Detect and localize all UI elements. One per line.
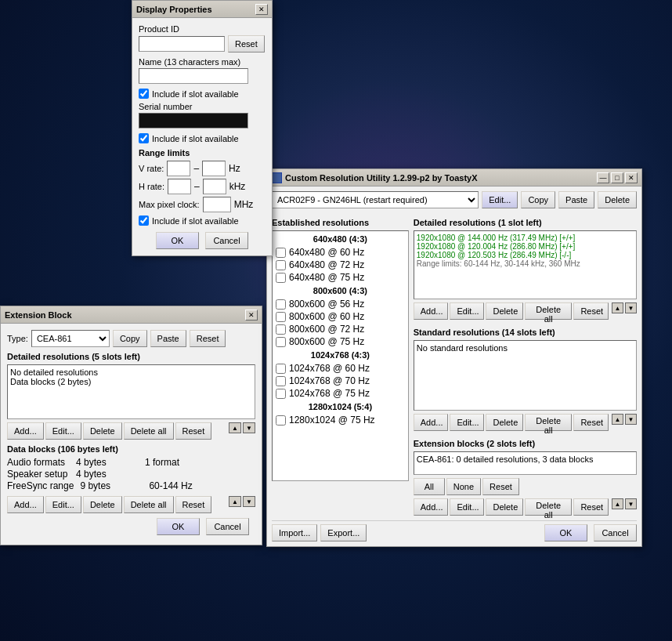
product-id-input[interactable]: ACR02F9 [139,36,225,52]
cb-1024-75[interactable] [276,389,286,399]
dp-ok-button[interactable]: OK [156,232,199,249]
ext-footer-row: OK Cancel [7,513,255,538]
cb-1024-60[interactable] [276,364,286,374]
dp-cancel-button[interactable]: Cancel [205,232,248,249]
cb-640-60[interactable] [276,248,286,258]
cb-640-72[interactable] [276,260,286,270]
ext-delete-button[interactable]: Delete [83,422,122,440]
ext-paste-button[interactable]: Paste [150,330,186,347]
ext-reset3-button[interactable]: Reset [175,496,212,513]
h-max-input[interactable]: 144 [203,179,226,194]
ext-reset-button[interactable]: Reset [190,330,226,347]
v-rate-label: V rate: [139,164,164,173]
cru-export-button[interactable]: Export... [320,524,367,541]
v-min-input[interactable]: 60 [167,161,190,176]
cru-detailed-listbox[interactable]: 1920x1080 @ 144.000 Hz (317.49 MHz) [+/+… [414,230,637,299]
cru-reset3-button[interactable]: Reset [482,478,519,495]
cru-detailed-section: Detailed resolutions (1 slot left) 1920x… [414,213,637,320]
cru-ext-up-button[interactable]: ▲ [612,498,623,509]
cru-det-down-button[interactable]: ▼ [625,302,637,313]
pixel-input[interactable]: 360 [203,197,231,212]
ext-delete2-button[interactable]: Delete [83,496,122,513]
cru-all-none-row: All None Reset [414,478,637,495]
serial-input[interactable] [139,113,248,129]
cru-ext-down-button[interactable]: ▼ [625,498,637,509]
cb-800-60[interactable] [276,312,286,322]
include-slot-1-checkbox[interactable] [139,89,149,99]
cru-det-up-button[interactable]: ▲ [612,302,623,313]
cru-paste-button[interactable]: Paste [558,191,594,208]
ext-add-button[interactable]: Add... [7,422,44,440]
cb-800-75[interactable] [276,337,286,347]
ext-edit2-button[interactable]: Edit... [45,496,81,513]
cru-established-listbox[interactable]: 640x480 (4:3) 640x480 @ 60 Hz 640x480 @ … [272,230,409,481]
v-max-input[interactable]: 144 [202,161,226,176]
ext-data-down-button[interactable]: ▼ [243,496,255,507]
cru-copy-button[interactable]: Copy [521,191,555,208]
cru-import-button[interactable]: Import... [272,524,317,541]
cru-ext-add-button[interactable]: Add... [414,498,449,516]
cru-ext-listbox[interactable]: CEA-861: 0 detailed resolutions, 3 data … [414,451,637,475]
data-row-2: FreeSync range 9 bytes 60-144 Hz [7,480,255,491]
ext-add2-button[interactable]: Add... [7,496,44,513]
ext-copy-button[interactable]: Copy [113,330,147,347]
ext-reset2-button[interactable]: Reset [175,422,212,440]
cru-ext-edit-button[interactable]: Edit... [450,498,484,516]
cb-800-56[interactable] [276,299,286,310]
cru-det-delete-button[interactable]: Delete [486,302,522,320]
ext-down-button[interactable]: ▼ [243,422,255,433]
cru-std-down-button[interactable]: ▼ [625,414,637,425]
ext-up-button[interactable]: ▲ [229,422,241,433]
ext-delete-all2-button[interactable]: Delete all [124,496,174,513]
cru-std-delete-button[interactable]: Delete [486,414,522,431]
serial-group: Serial number [139,102,266,129]
cru-ext-delete-all-button[interactable]: Delete all [525,498,572,516]
cru-std-up-button[interactable]: ▲ [612,414,623,425]
include-slot-2-checkbox[interactable] [139,133,149,143]
type-select[interactable]: CEA-861 [31,330,110,347]
ext-delete-all-button[interactable]: Delete all [124,422,174,440]
data-info-0: 1 format [145,457,179,468]
cru-standard-listbox[interactable]: No standard resolutions [414,340,637,411]
cru-ext-label: Extension blocks (2 slots left) [414,439,637,448]
cru-device-select[interactable]: ACR02F9 - GN246HL (restart required) [272,191,479,208]
cru-close-button[interactable]: ✕ [625,172,638,183]
cb-1024-70[interactable] [276,376,286,386]
ext-data-up-button[interactable]: ▲ [229,496,241,507]
cb-1280-75[interactable] [276,415,286,426]
cb-800-72[interactable] [276,324,286,335]
ext-cancel-button[interactable]: Cancel [206,518,249,535]
include-slot-3-checkbox[interactable] [139,215,149,226]
ext-ok-button[interactable]: OK [157,518,200,535]
label-640-72: 640x480 @ 72 Hz [289,259,364,270]
cru-det-add-button[interactable]: Add... [414,302,449,320]
cru-maximize-button[interactable]: □ [611,172,623,183]
cru-std-delete-all-button[interactable]: Delete all [525,414,572,431]
v-unit: Hz [229,163,240,174]
ext-detailed-listbox[interactable]: No detailed resolutions Data blocks (2 b… [7,364,255,419]
product-id-reset-button[interactable]: Reset [228,35,265,53]
cru-std-add-button[interactable]: Add... [414,414,449,431]
ext-edit-button[interactable]: Edit... [45,422,81,440]
cru-std-edit-button[interactable]: Edit... [450,414,484,431]
cru-ext-delete-button[interactable]: Delete [486,498,522,516]
ext-close-button[interactable]: ✕ [245,310,258,320]
cru-edit-button[interactable]: Edit... [482,191,518,208]
cru-none-button[interactable]: None [446,478,481,495]
close-button[interactable]: ✕ [255,4,268,15]
cru-ext-reset4-button[interactable]: Reset [573,498,609,516]
cb-640-75[interactable] [276,273,286,283]
cru-ok-button[interactable]: OK [544,524,587,541]
cru-std-reset-button[interactable]: Reset [573,414,609,431]
cru-det-edit-button[interactable]: Edit... [450,302,484,320]
cru-det-reset-button[interactable]: Reset [573,302,609,320]
cru-cancel-button[interactable]: Cancel [594,524,637,541]
label-1280-75: 1280x1024 @ 75 Hz [289,415,375,426]
name-input[interactable]: GN246HL [139,68,248,84]
cru-minimize-button[interactable]: — [597,172,609,183]
h-min-input[interactable]: 30 [168,179,191,194]
res-list-800: 800x600 @ 56 Hz 800x600 @ 60 Hz 800x600 … [276,299,405,347]
cru-all-button[interactable]: All [414,478,445,495]
cru-delete-button[interactable]: Delete [598,191,637,208]
cru-det-delete-all-button[interactable]: Delete all [525,302,572,320]
